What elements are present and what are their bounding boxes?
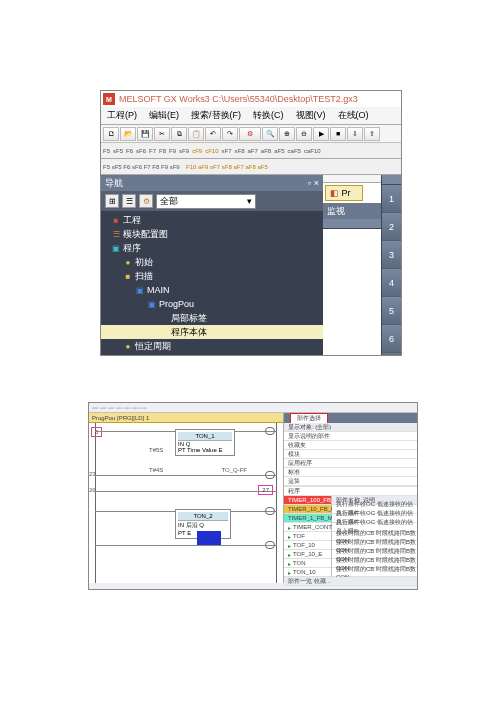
menu-edit[interactable]: 编辑(E) [143,109,185,122]
tb-new[interactable]: 🗋 [103,127,119,141]
tb-cut[interactable]: ✂ [154,127,170,141]
num-1[interactable]: 1 [382,185,401,213]
coil-2 [265,471,275,479]
tb-online-read[interactable]: ⇧ [364,127,380,141]
ladder-tab[interactable]: ProgPou [PRG][LD] 1 [89,413,283,423]
num-4[interactable]: 4 [382,269,401,297]
hl-item-1[interactable]: TIMER_10_FB_M [284,505,331,514]
tb-online-write[interactable]: ⇩ [347,127,363,141]
nav-tree-icon[interactable]: ⊞ [105,194,119,208]
title-bar: M MELSOFT GX Works3 C:\Users\55340\Deskt… [101,91,401,107]
tree-event[interactable]: ●事件 [101,353,323,355]
nav-title: 导航 [105,177,123,190]
coil-3 [265,507,275,515]
tb-undo[interactable]: ↶ [205,127,221,141]
menu-project[interactable]: 工程(P) [101,109,143,122]
rung-5 [95,545,277,546]
tb-redo[interactable]: ↷ [222,127,238,141]
rung-3 [95,491,277,492]
toolbar-row-1: 🗋 📂 💾 ✂ ⧉ 📋 ↶ ↷ ⚙ 🔍 ⊕ ⊖ ▶ ■ ⇩ ⇧ [101,125,401,143]
nav-pin-icon[interactable]: ▫ × [308,178,319,188]
tb-zoom-in[interactable]: ⊕ [279,127,295,141]
panel-item-list: TIMER_100_FB_M TIMER_10_FB_M TIMER_1_FB_… [284,496,332,577]
fb-ton-1[interactable]: TON_1 IN Q PT Time Value E [175,429,235,456]
tree-project[interactable]: ■工程 [101,213,323,227]
panel-bottom-tab[interactable]: 部件一览 收藏… [284,577,417,586]
menu-online[interactable]: 在线(O) [332,109,375,122]
cat-5[interactable]: 运算 [284,477,417,486]
rung-2 [95,475,277,476]
step-23: 23 [89,471,96,477]
right-tab-icon: ◧ [330,188,339,198]
tree-progpou[interactable]: ▣ProgPou [101,297,323,311]
desc-7: 接收时限的CB 时限线路同B数CON [332,568,417,577]
right-tab[interactable]: ◧ Pr [325,185,363,201]
tree-program-body[interactable]: 程序本体 [101,325,323,339]
tb-save[interactable]: 💾 [137,127,153,141]
ladder-area[interactable]: 0 TON_1 IN Q PT Time Value E T#5S 23 T#4… [89,423,283,583]
tree-initial[interactable]: ●初始 [101,255,323,269]
blue-cursor [197,531,221,545]
nav-filter-combo[interactable]: 全部 ▾ [156,194,256,209]
tb-open[interactable]: 📂 [120,127,136,141]
fb-title-1: TON_1 [178,432,232,441]
tree-local-label[interactable]: 局部标签 [101,311,323,325]
item-1[interactable]: ▸TOF [284,532,331,541]
lbl-toq: TO_Q-FF [221,467,247,473]
nav-gear-icon[interactable]: ⚙ [139,194,153,208]
item-0[interactable]: ▸TIMER_CONT_FB_M [284,523,331,532]
cat-3[interactable]: 应用程序 [284,459,417,468]
menu-convert[interactable]: 转换(C) [247,109,290,122]
num-2[interactable]: 2 [382,213,401,241]
step-26: 26 [89,487,96,493]
tree-scan[interactable]: ■扫描 [101,269,323,283]
tb-convert[interactable]: ⚙ [239,127,261,141]
cat-1[interactable]: 收藏夹 [284,441,417,450]
item-3[interactable]: ▸TOF_10_E [284,550,331,559]
rule-header: 监视 [323,203,381,219]
body-area: 导航 ▫ × ⊞ ☰ ⚙ 全部 ▾ ■工程 ☰模块配置图 ▣程序 ●初始 ■扫描… [101,175,401,355]
bot-toolbar: ▫▫▫ ▫▫▫ ▫▫▫ ▫▫▫ ▫▫▫ ▫▫▫ ▫▫▫ [89,403,417,413]
menu-search[interactable]: 搜索/替换(F) [185,109,247,122]
pink-step-27: 27 [258,485,273,495]
panel-pane: 部件选择 显示对象: (全部) 显示说明的部件 收藏夹 模块 应用程序 标准 运… [284,413,417,583]
tb-zoom-out[interactable]: ⊖ [296,127,312,141]
tree-main[interactable]: ▣MAIN [101,283,323,297]
tree-program[interactable]: ▣程序 [101,241,323,255]
nav-combo-value: 全部 [160,195,178,208]
tree-fixed-cycle[interactable]: ●恒定周期 [101,339,323,353]
num-6[interactable]: 6 [382,325,401,353]
nav-tree: ■工程 ☰模块配置图 ▣程序 ●初始 ■扫描 ▣MAIN ▣ProgPou 局部… [101,211,323,355]
cat-4[interactable]: 标准 [284,468,417,477]
pink-step-0: 0 [91,427,102,437]
menu-bar: 工程(P) 编辑(E) 搜索/替换(F) 转换(C) 视图(V) 在线(O) [101,107,401,125]
bottom-screenshot: ▫▫▫ ▫▫▫ ▫▫▫ ▫▫▫ ▫▫▫ ▫▫▫ ▫▫▫ ProgPou [PRG… [88,402,418,590]
tb-copy[interactable]: ⧉ [171,127,187,141]
nav-list-icon[interactable]: ☰ [122,194,136,208]
fkey-row-2: F5 sF5 F6 sF6 F7 F8 F9 sF9 F10 aF9 sF7 s… [101,159,401,175]
nav-header: 导航 ▫ × [101,175,323,191]
tb-find[interactable]: 🔍 [262,127,278,141]
panel-split: TIMER_100_FB_M TIMER_10_FB_M TIMER_1_FB_… [284,496,417,577]
tb-stop[interactable]: ■ [330,127,346,141]
num-5[interactable]: 5 [382,297,401,325]
num-3[interactable]: 3 [382,241,401,269]
menu-view[interactable]: 视图(V) [290,109,332,122]
nav-toolbar: ⊞ ☰ ⚙ 全部 ▾ [101,191,323,211]
left-bus [95,423,96,583]
tb-paste[interactable]: 📋 [188,127,204,141]
title-text: MELSOFT GX Works3 C:\Users\55340\Desktop… [119,94,358,104]
tree-module-config[interactable]: ☰模块配置图 [101,227,323,241]
item-2[interactable]: ▸TOF_10 [284,541,331,550]
tb-monitor[interactable]: ▶ [313,127,329,141]
lbl-t4s: T#4S [149,467,163,473]
right-bus [276,423,277,583]
num-header [323,219,381,229]
item-4[interactable]: ▸TON [284,559,331,568]
app-icon: M [103,93,115,105]
right-pane: ◧ Pr 监视 [323,175,381,355]
hl-item-0[interactable]: TIMER_100_FB_M [284,496,331,505]
num-column: 1 2 3 4 5 6 [381,175,401,355]
panel-desc-list: 部件名称 说明 执行条件收OC 低速接收的信息上限F 执行条件收OC 低速接收的… [332,496,417,577]
hl-item-2[interactable]: TIMER_1_FB_M [284,514,331,523]
